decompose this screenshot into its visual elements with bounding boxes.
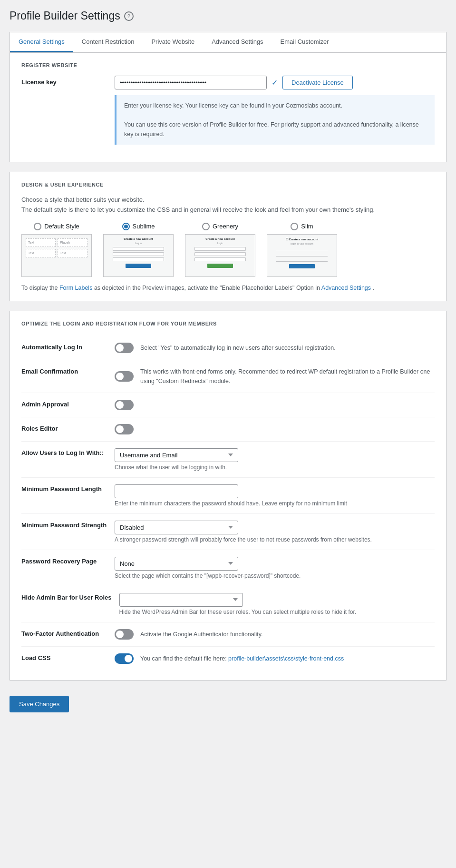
- min-password-length-hint: Enter the minimum characters the passwor…: [115, 500, 347, 507]
- tab-advanced-settings[interactable]: Advanced Settings: [203, 32, 272, 52]
- allow-login-label: Allow Users to Log In With:: [21, 448, 107, 456]
- tab-general[interactable]: General Settings: [10, 32, 73, 52]
- optimize-card: OPTIMIZE THE LOGIN AND REGISTRATION FLOW…: [10, 311, 446, 681]
- style-option-sublime[interactable]: Sublime Create a new account Log In: [103, 223, 174, 277]
- load-css-label: Load CSS: [21, 653, 107, 661]
- roles-editor-row: Roles Editor: [21, 417, 435, 442]
- two-factor-auth-row: Two-Factor Authentication Activate the G…: [21, 622, 435, 647]
- hide-admin-bar-hint: Hide the WordPress Admin Bar for these u…: [119, 609, 357, 615]
- email-confirmation-desc: This works with front-end forms only. Re…: [140, 367, 435, 386]
- admin-approval-toggle[interactable]: [115, 400, 134, 410]
- tab-email-customizer[interactable]: Email Customizer: [272, 32, 338, 52]
- license-key-field-row: License key ✓ Deactivate License Enter y…: [21, 76, 435, 145]
- auto-login-toggle[interactable]: [115, 343, 134, 353]
- roles-editor-label: Roles Editor: [21, 424, 107, 432]
- password-recovery-select[interactable]: None: [115, 557, 238, 571]
- design-description: Choose a style that better suits your we…: [21, 195, 435, 215]
- min-password-length-row: Minimum Password Length Enter the minimu…: [21, 478, 435, 514]
- optimize-section-label: OPTIMIZE THE LOGIN AND REGISTRATION FLOW…: [21, 321, 435, 326]
- load-css-desc: You can find the default file here: prof…: [140, 654, 344, 663]
- hide-admin-bar-label: Hide Admin Bar for User Roles: [21, 593, 112, 601]
- design-card: DESIGN & USER EXPERIENCE Choose a style …: [10, 172, 446, 301]
- allow-login-select[interactable]: Username and Email Username Email: [115, 448, 238, 462]
- preview-default: Text Placeh Text Text: [21, 234, 92, 277]
- register-website-section-label: REGISTER WEBSITE: [21, 62, 435, 68]
- form-labels-note: To display the Form Labels as depicted i…: [21, 285, 435, 291]
- radio-slim[interactable]: [291, 223, 298, 230]
- min-password-length-label: Minimum Password Length: [21, 484, 107, 493]
- load-css-row: Load CSS You can find the default file h…: [21, 647, 435, 671]
- min-password-length-input[interactable]: [115, 484, 238, 498]
- password-recovery-label: Password Recovery Page: [21, 557, 107, 565]
- style-option-default[interactable]: Default Style Text Placeh Text Text: [21, 223, 92, 277]
- page-title: Profile Builder Settings ?: [10, 10, 446, 22]
- preview-greenery-box: Create a new account Login: [185, 234, 255, 277]
- style-option-slim[interactable]: Slim ☐ Create a new account log in to yo…: [267, 223, 337, 277]
- min-password-strength-row: Minimum Password Strength Disabled Weak …: [21, 514, 435, 550]
- auto-login-label: Automatically Log In: [21, 343, 107, 351]
- allow-login-hint: Choose what the user will be logging in …: [115, 464, 238, 471]
- radio-sublime[interactable]: [122, 223, 130, 230]
- radio-greenery[interactable]: [202, 223, 210, 230]
- admin-approval-row: Admin Approval: [21, 393, 435, 417]
- license-key-content: ✓ Deactivate License Enter your license …: [115, 76, 435, 145]
- hide-admin-bar-select[interactable]: [119, 593, 243, 607]
- roles-editor-toggle[interactable]: [115, 424, 134, 434]
- preview-sublime-box: Create a new account Log In: [103, 234, 174, 277]
- style-options: Default Style Text Placeh Text Text: [21, 223, 435, 277]
- auto-login-desc: Select "Yes" to automatically log in new…: [140, 343, 336, 353]
- min-password-strength-hint: A stronger password strength will probab…: [115, 536, 372, 543]
- tab-private-website[interactable]: Private Website: [143, 32, 203, 52]
- css-file-link[interactable]: profile-builder\assets\css\style-front-e…: [228, 655, 344, 662]
- email-confirmation-row: Email Confirmation This works with front…: [21, 360, 435, 393]
- admin-approval-label: Admin Approval: [21, 400, 107, 408]
- advanced-settings-link[interactable]: Advanced Settings: [321, 285, 371, 291]
- allow-login-row: Allow Users to Log In With: Username and…: [21, 442, 435, 478]
- tabs-bar: General Settings Content Restriction Pri…: [10, 32, 446, 52]
- auto-login-row: Automatically Log In Select "Yes" to aut…: [21, 336, 435, 360]
- email-confirmation-label: Email Confirmation: [21, 367, 107, 375]
- preview-slim-box: ☐ Create a new account log in to your ac…: [267, 234, 337, 277]
- license-key-label: License key: [21, 76, 107, 86]
- load-css-toggle[interactable]: [115, 653, 134, 664]
- min-password-strength-label: Minimum Password Strength: [21, 521, 107, 529]
- license-input-row: ✓ Deactivate License: [115, 76, 435, 89]
- email-confirmation-toggle[interactable]: [115, 371, 134, 382]
- hide-admin-bar-row: Hide Admin Bar for User Roles Hide the W…: [21, 586, 435, 622]
- design-section-label: DESIGN & USER EXPERIENCE: [21, 182, 435, 187]
- save-changes-button[interactable]: Save Changes: [10, 696, 69, 712]
- help-icon[interactable]: ?: [124, 11, 134, 21]
- min-password-strength-select[interactable]: Disabled Weak Medium Strong: [115, 521, 238, 534]
- password-recovery-hint: Select the page which contains the "[wpp…: [115, 572, 301, 579]
- check-icon: ✓: [272, 78, 278, 87]
- radio-default[interactable]: [34, 223, 41, 230]
- password-recovery-row: Password Recovery Page None Select the p…: [21, 550, 435, 586]
- tab-content-restriction[interactable]: Content Restriction: [73, 32, 143, 52]
- license-info-box: Enter your license key. Your license key…: [115, 95, 435, 145]
- register-website-card: REGISTER WEBSITE License key ✓ Deactivat…: [10, 52, 446, 162]
- two-factor-auth-label: Two-Factor Authentication: [21, 629, 107, 637]
- two-factor-auth-desc: Activate the Google Authenticator functi…: [140, 630, 263, 639]
- license-key-input[interactable]: [115, 76, 267, 89]
- two-factor-auth-toggle[interactable]: [115, 629, 134, 640]
- style-option-greenery[interactable]: Greenery Create a new account Login: [185, 223, 255, 277]
- deactivate-license-button[interactable]: Deactivate License: [282, 76, 353, 89]
